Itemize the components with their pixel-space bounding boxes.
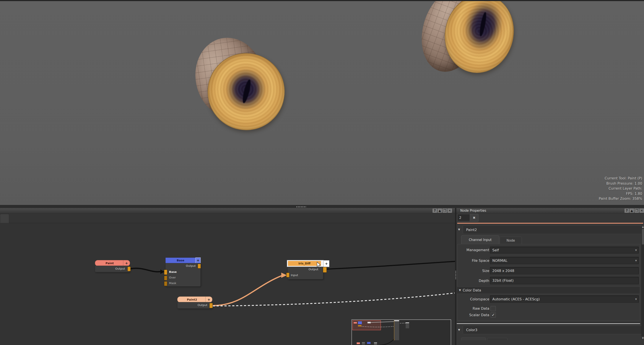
splitter-grip-icon[interactable]	[296, 206, 306, 208]
depth-field[interactable]: 32bit (Float)	[490, 277, 639, 284]
scroll-up-icon[interactable]: ▲	[642, 225, 644, 228]
node-paint-add-icon[interactable]: +	[123, 260, 130, 266]
node-properties-titlebar[interactable]: Node Properties ? ▲ ❐ ✕	[456, 208, 644, 214]
application-window: Current Tool: Paint (P) Brush Pressure: …	[0, 0, 644, 345]
node-paint2-header[interactable]: Paint2 +	[177, 296, 212, 302]
clear-filter-button[interactable]: ✖	[470, 214, 478, 222]
scalar-data-label: Scalar Data	[457, 313, 489, 317]
chevron-down-icon: ▼	[635, 298, 637, 300]
close-icon[interactable]: ✕	[640, 208, 644, 213]
node-base-output-label: Output	[186, 264, 196, 268]
node-paint2-title: Paint2	[187, 298, 197, 301]
help-icon[interactable]: ?	[624, 208, 629, 213]
node-filter-input[interactable]	[457, 214, 470, 221]
connection-iris-output[interactable]	[325, 261, 455, 269]
vertical-scrollbar[interactable]: ▲ ▼	[642, 225, 644, 340]
eye-mesh-left[interactable]	[194, 36, 290, 133]
connection-paint2-to-iris[interactable]	[212, 276, 282, 306]
colorspace-label: Colorspace	[457, 297, 489, 301]
color3-label: Color3	[466, 328, 477, 332]
minimap-node	[362, 342, 365, 344]
node-iris-input-port[interactable]	[286, 272, 290, 278]
node-base-input-mask-port[interactable]	[164, 281, 167, 286]
scroll-down-icon[interactable]: ▼	[642, 336, 644, 340]
node-base-input-base-port[interactable]	[164, 270, 167, 275]
node-base-input-over-label: Over	[169, 276, 176, 279]
node-base-input-base-label: Base	[169, 270, 176, 274]
node-base-input-over-port[interactable]	[164, 276, 167, 280]
minimap-node	[367, 342, 370, 344]
float-window-icon[interactable]: ❐	[634, 208, 639, 213]
management-dropdown[interactable]: Self ▼	[490, 246, 639, 254]
file-space-label: File Space	[457, 258, 489, 263]
node-iris-add-icon[interactable]: +	[324, 260, 329, 267]
size-field[interactable]: 2048 x 2048	[490, 267, 639, 274]
collapse-arrow-icon[interactable]: ▼	[458, 228, 460, 231]
node-name-header[interactable]: Paint2	[463, 226, 643, 234]
depth-label: Depth	[457, 279, 489, 283]
node-base-input-mask-label: Mask	[169, 282, 176, 285]
node-graph-minimap[interactable]	[352, 320, 451, 345]
tab-stub[interactable]	[487, 338, 508, 340]
node-paint2-add-icon[interactable]: +	[206, 297, 212, 302]
collapse-arrow-icon[interactable]: ▼	[458, 328, 460, 331]
color-data-section-header[interactable]: ▼ Color Data	[457, 286, 640, 294]
connection-paint-to-base[interactable]	[130, 268, 161, 272]
node-graph-panel: ? ▲ ❐ ✕ Paint +	[0, 208, 455, 345]
node-properties-window-controls: ? ▲ ❐ ✕	[624, 208, 644, 213]
accent-divider	[457, 223, 643, 224]
scalar-data-checkbox[interactable]: ✓	[490, 312, 496, 318]
node-base-add-icon[interactable]: +	[196, 258, 201, 263]
minimap-node	[394, 320, 399, 340]
tab-node[interactable]: Node	[500, 237, 522, 244]
scrollbar-thumb[interactable]	[642, 229, 644, 244]
color3-node-header[interactable]: Color3	[463, 326, 643, 334]
mouse-cursor	[316, 262, 322, 268]
minimap-node	[358, 325, 362, 326]
chevron-down-icon: ▼	[635, 249, 637, 252]
check-icon: ✓	[492, 313, 495, 317]
node-paint2-output-port[interactable]	[209, 303, 213, 308]
node-properties-panel: Node Properties ? ▲ ❐ ✕ ✖ ▼ Paint2 Chann…	[456, 208, 644, 345]
minimap-node	[357, 342, 360, 344]
tab-stub[interactable]	[461, 338, 486, 340]
node-iris-title: Iris_Diff	[298, 262, 310, 265]
hud-current-tool: Current Tool: Paint (P)	[599, 176, 642, 181]
horizontal-splitter[interactable]	[0, 205, 644, 208]
management-label: Management	[457, 248, 489, 252]
node-base-output-port[interactable]	[198, 264, 201, 268]
eye-mesh-right[interactable]	[423, 1, 516, 78]
panel-title: Node Properties	[460, 209, 486, 212]
minimap-node	[406, 322, 409, 328]
node-iris-header[interactable]: Iris_Diff	[288, 261, 321, 266]
minimap-node	[368, 322, 371, 323]
minimap-links	[352, 320, 450, 345]
minimap-node	[354, 322, 357, 324]
node-iris-body[interactable]: Output Input	[288, 267, 323, 279]
raw-data-checkbox[interactable]	[490, 306, 496, 311]
raw-data-label: Raw Data	[457, 306, 489, 310]
node-paint-title: Paint	[106, 262, 114, 265]
node-base-header[interactable]: Base	[165, 258, 196, 263]
properties-scroll-area: ▼ Paint2 Channel Input Node Management S…	[457, 224, 641, 345]
hud-paint-buffer-zoom: Paint Buffer Zoom: 358%	[599, 196, 642, 201]
colorspace-dropdown[interactable]: Automatic (ACES - ACEScg) ▼	[490, 295, 639, 303]
node-base-body[interactable]: Output Base Over Mask	[165, 263, 201, 286]
node-paint-header[interactable]: Paint +	[95, 260, 130, 266]
node-paint-output-port[interactable]	[128, 266, 131, 271]
pop-up-icon[interactable]: ▲	[630, 208, 634, 213]
node-graph-canvas[interactable]: Paint + Output Base + Output Base Over M…	[0, 208, 455, 345]
splitter-grip-icon[interactable]	[455, 271, 456, 280]
node-iris-input-label: Input	[291, 274, 298, 277]
node-paint-output-label: Output	[115, 267, 125, 270]
connection-paint2-dashed[interactable]	[213, 293, 454, 306]
chevron-down-icon: ▼	[635, 260, 637, 262]
node-paint-body[interactable]: Output	[95, 266, 130, 272]
hud-current-layer-path: Current Layer Path:	[599, 186, 642, 191]
node-paint2-body[interactable]: Output	[177, 302, 212, 308]
node-iris-output-port[interactable]	[323, 267, 327, 272]
tab-channel-input[interactable]: Channel Input	[461, 235, 499, 244]
3d-paint-viewport[interactable]: Current Tool: Paint (P) Brush Pressure: …	[0, 1, 644, 205]
file-space-dropdown[interactable]: NORMAL ▼	[490, 257, 639, 264]
section-separator	[457, 323, 640, 324]
